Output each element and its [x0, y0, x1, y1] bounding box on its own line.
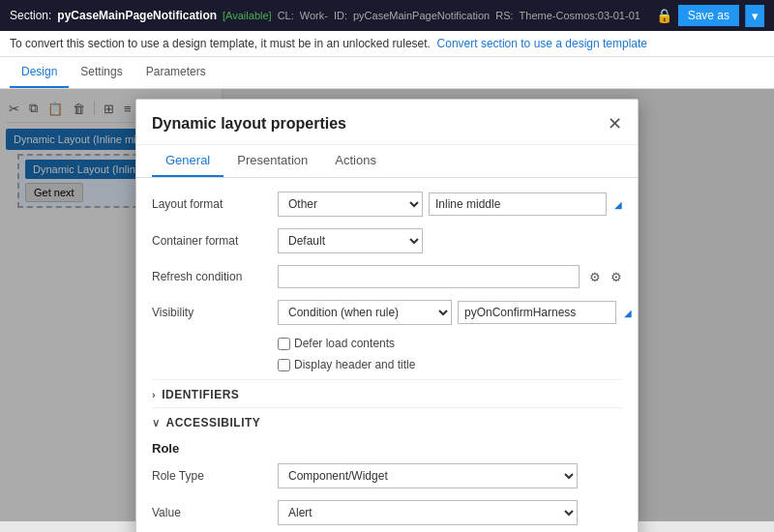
modal-body: Layout format Other Inline Default ◢ Con… — [136, 178, 638, 532]
modal-tab-actions[interactable]: Actions — [321, 145, 390, 177]
accessibility-body: Role Role Type Component/Widget Button L… — [152, 435, 622, 532]
identifiers-section-header[interactable]: › IDENTIFIERS — [152, 379, 622, 407]
gear-icon-1[interactable]: ⚙ — [589, 270, 601, 284]
container-format-select[interactable]: Default Custom — [278, 228, 423, 253]
role-type-select[interactable]: Component/Widget Button Link None — [278, 463, 578, 488]
refresh-condition-label: Refresh condition — [152, 270, 278, 283]
convert-link[interactable]: Convert section to use a design template — [437, 37, 647, 50]
visibility-value-input[interactable] — [458, 301, 616, 324]
layout-format-controls: Other Inline Default ◢ — [278, 192, 622, 217]
defer-load-checkbox[interactable] — [278, 338, 290, 350]
value-controls: Alert Banner Dialog Main — [278, 500, 622, 525]
inline-middle-arrow-icon: ◢ — [614, 199, 622, 210]
accessibility-label: ACCESSIBILITY — [166, 416, 261, 429]
modal-tab-presentation[interactable]: Presentation — [223, 145, 321, 177]
role-type-controls: Component/Widget Button Link None — [278, 463, 622, 488]
gear-icon-2[interactable]: ⚙ — [610, 270, 622, 284]
cl-label: CL: — [278, 10, 294, 21]
modal-overlay: Dynamic layout properties ✕ General Pres… — [0, 89, 774, 521]
defer-load-row: Defer load contents — [278, 337, 622, 350]
modal: Dynamic layout properties ✕ General Pres… — [135, 99, 639, 532]
main-tabs: Design Settings Parameters — [0, 57, 774, 89]
value-select[interactable]: Alert Banner Dialog Main — [278, 500, 578, 525]
display-header-label: Display header and title — [294, 358, 415, 371]
refresh-condition-row: Refresh condition ⚙ ⚙ — [152, 265, 622, 288]
visibility-controls: Always Condition (when rule) Never ◢ ⚙ — [278, 300, 639, 325]
id-label: ID: — [334, 10, 347, 21]
display-header-row: Display header and title — [278, 358, 622, 371]
section-name: pyCaseMainPageNotification — [57, 9, 217, 22]
modal-title: Dynamic layout properties — [152, 115, 346, 133]
refresh-condition-controls: ⚙ ⚙ — [278, 265, 622, 288]
role-type-row: Role Type Component/Widget Button Link N… — [152, 463, 622, 488]
header-right: 🔒 Save as ▾ — [656, 5, 764, 27]
main-content: ✂ ⧉ 📋 🗑 ⊞ ≡ ⋯ ↩ ↪ Dynamic Layout (Inline… — [0, 89, 774, 521]
modal-tab-general[interactable]: General — [152, 145, 223, 177]
rs-label: RS: — [495, 10, 513, 21]
top-header: Section: pyCaseMainPageNotification [Ava… — [0, 0, 774, 31]
tab-settings[interactable]: Settings — [69, 57, 134, 88]
visibility-select[interactable]: Always Condition (when rule) Never — [278, 300, 452, 325]
layout-format-label: Layout format — [152, 197, 278, 211]
rs-value: Theme-Cosmos:03-01-01 — [520, 10, 640, 21]
id-value: pyCaseMainPageNotification — [353, 10, 490, 21]
modal-close-button[interactable]: ✕ — [608, 113, 622, 134]
visibility-row: Visibility Always Condition (when rule) … — [152, 300, 622, 325]
role-type-label: Role Type — [152, 469, 278, 483]
identifiers-label: IDENTIFIERS — [162, 388, 239, 401]
inline-middle-input[interactable] — [429, 192, 607, 216]
accessibility-section-header[interactable]: ∨ ACCESSIBILITY — [152, 407, 622, 435]
availability-badge: [Available] — [223, 10, 272, 21]
header-left: Section: pyCaseMainPageNotification [Ava… — [10, 9, 640, 22]
role-title: Role — [152, 441, 622, 456]
value-label: Value — [152, 506, 278, 519]
visibility-label: Visibility — [152, 306, 278, 319]
display-header-checkbox[interactable] — [278, 359, 290, 371]
visibility-arrow-icon: ◢ — [624, 308, 632, 318]
refresh-condition-input[interactable] — [278, 265, 580, 288]
info-text: To convert this section to use a design … — [10, 37, 431, 50]
container-format-row: Container format Default Custom — [152, 228, 622, 253]
layout-format-row: Layout format Other Inline Default ◢ — [152, 192, 622, 217]
accessibility-chevron-icon: ∨ — [152, 417, 161, 429]
modal-tabs: General Presentation Actions — [136, 145, 638, 178]
info-bar: To convert this section to use a design … — [0, 31, 774, 57]
layout-format-select[interactable]: Other Inline Default — [278, 192, 423, 217]
save-as-dropdown-button[interactable]: ▾ — [745, 5, 764, 27]
save-as-label: Save as — [688, 9, 729, 22]
container-format-controls: Default Custom — [278, 228, 622, 253]
save-as-button[interactable]: Save as — [678, 5, 739, 26]
lock-icon[interactable]: 🔒 — [656, 8, 672, 23]
identifiers-chevron-icon: › — [152, 389, 156, 400]
tab-design[interactable]: Design — [10, 57, 69, 88]
modal-header: Dynamic layout properties ✕ — [136, 100, 638, 145]
section-label: Section: — [10, 9, 51, 22]
container-format-label: Container format — [152, 234, 278, 248]
defer-load-label: Defer load contents — [294, 337, 395, 350]
cl-value: Work- — [300, 10, 328, 21]
tab-parameters[interactable]: Parameters — [134, 57, 218, 88]
value-row: Value Alert Banner Dialog Main — [152, 500, 622, 525]
